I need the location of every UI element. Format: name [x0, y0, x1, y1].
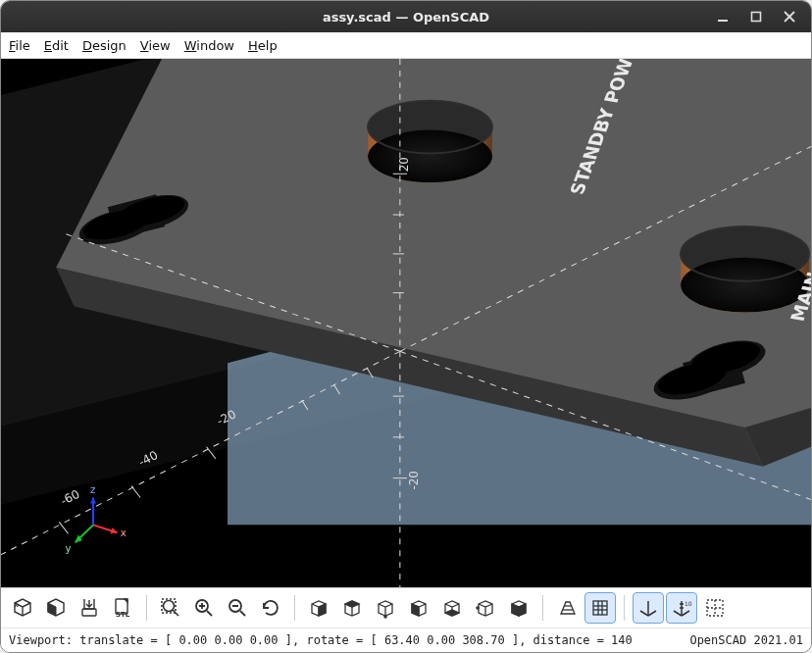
- view-back-button[interactable]: [470, 592, 501, 624]
- reset-view-button[interactable]: [255, 592, 286, 624]
- svg-text:10: 10: [685, 600, 692, 607]
- toolbar-sep-4: [624, 595, 625, 621]
- export-stl-button[interactable]: STL: [107, 592, 138, 624]
- svg-point-99: [476, 606, 480, 610]
- view-right-button[interactable]: [303, 592, 334, 624]
- send-to-print-button[interactable]: [74, 592, 105, 624]
- app-window: assy.scad — OpenSCAD File Edit Design Vi…: [0, 0, 812, 653]
- menu-design[interactable]: Design: [82, 38, 127, 53]
- view-left-button[interactable]: [403, 592, 434, 624]
- zoom-out-button[interactable]: [222, 592, 253, 624]
- status-viewport-info: Viewport: translate = [ 0.00 0.00 0.00 ]…: [9, 633, 633, 647]
- window-title: assy.scad — OpenSCAD: [323, 10, 489, 25]
- toolbar-sep-2: [294, 595, 295, 621]
- svg-point-50: [681, 258, 809, 313]
- show-axes-button[interactable]: [633, 592, 664, 624]
- view-front-button[interactable]: [436, 592, 468, 624]
- svg-point-47: [368, 130, 492, 183]
- titlebar[interactable]: assy.scad — OpenSCAD: [1, 1, 811, 32]
- svg-rect-102: [593, 601, 607, 615]
- window-minimize-button[interactable]: [707, 5, 738, 28]
- window-controls: [707, 1, 805, 32]
- svg-line-112: [682, 611, 689, 616]
- statusbar: Viewport: translate = [ 0.00 0.00 0.00 ]…: [1, 628, 811, 652]
- render-button[interactable]: [40, 592, 72, 624]
- svg-line-109: [648, 611, 656, 616]
- zoom-all-button[interactable]: [155, 592, 186, 624]
- menu-view[interactable]: View: [140, 38, 171, 53]
- svg-line-108: [640, 611, 648, 616]
- svg-point-98: [383, 615, 387, 619]
- svg-line-111: [674, 611, 682, 616]
- svg-point-88: [164, 601, 175, 612]
- svg-text:z: z: [90, 484, 95, 495]
- toolbar-sep-1: [146, 595, 147, 621]
- viewport-3d[interactable]: STANDBY POWER MAIN P: [1, 59, 811, 587]
- svg-line-92: [207, 611, 212, 616]
- view-top-button[interactable]: [336, 592, 368, 624]
- perspective-button[interactable]: [551, 592, 583, 624]
- svg-text:-20: -20: [407, 471, 421, 489]
- menu-window[interactable]: Window: [184, 38, 234, 53]
- svg-text:x: x: [121, 527, 127, 538]
- svg-text:20: 20: [397, 157, 411, 172]
- menubar: File Edit Design View Window Help: [1, 32, 811, 59]
- svg-text:STL: STL: [116, 611, 130, 619]
- menu-file[interactable]: File: [9, 38, 30, 53]
- toolbar-sep-3: [542, 595, 543, 621]
- orthogonal-button[interactable]: [584, 592, 616, 624]
- show-scale-markers-button[interactable]: 10: [666, 592, 697, 624]
- menu-help[interactable]: Help: [248, 38, 278, 53]
- svg-text:y: y: [65, 543, 71, 554]
- svg-rect-1: [752, 13, 761, 22]
- view-bottom-button[interactable]: [370, 592, 401, 624]
- view-diagonal-button[interactable]: [503, 592, 534, 624]
- svg-text:»: »: [14, 600, 20, 610]
- show-crosshair-button[interactable]: [699, 592, 731, 624]
- status-version: OpenSCAD 2021.01: [689, 633, 803, 647]
- window-close-button[interactable]: [774, 5, 805, 28]
- zoom-in-button[interactable]: [188, 592, 220, 624]
- window-maximize-button[interactable]: [740, 5, 772, 28]
- menu-edit[interactable]: Edit: [44, 38, 69, 53]
- svg-line-96: [240, 611, 245, 616]
- view-toolbar: » STL: [1, 587, 811, 628]
- preview-button[interactable]: »: [7, 592, 38, 624]
- svg-rect-85: [82, 609, 96, 616]
